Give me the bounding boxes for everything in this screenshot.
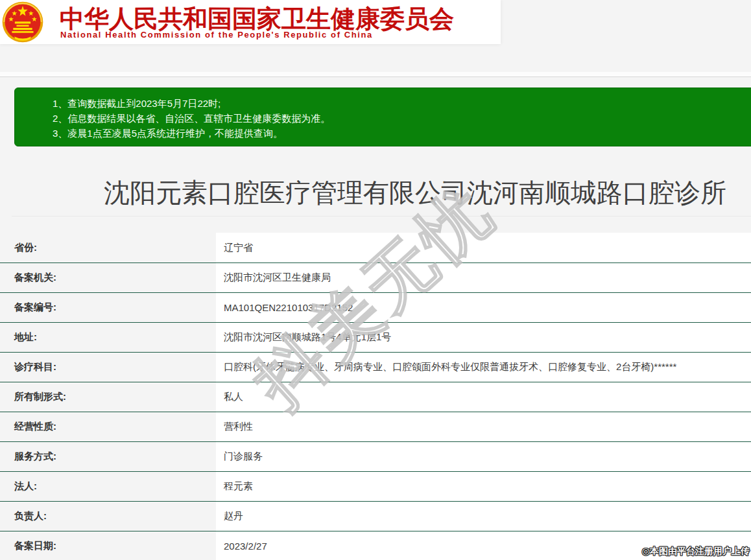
table-row-address: 地址: 沈阳市沈河区南顺城路1号4单元1层1号 (0, 322, 751, 352)
query-notice-box: 1、查询数据截止到2023年5月7日22时; 2、信息数据结果以各省、自治区、直… (14, 88, 751, 146)
national-emblem-icon (2, 0, 43, 44)
field-value: 程元素 (216, 472, 751, 501)
field-value: 辽宁省 (216, 233, 751, 262)
table-row-service-mode: 服务方式: 门诊服务 (0, 441, 751, 471)
registration-info-table: 省份: 辽宁省 备案机关: 沈阳市沈河区卫生健康局 备案编号: MA101QEN… (0, 233, 751, 560)
site-title-english: National Health Commission of the People… (60, 30, 488, 40)
table-row-record-date: 备案日期: 2023/2/27 (0, 531, 751, 560)
field-label: 备案编号: (0, 293, 216, 322)
notice-line-3: 3、凌晨1点至凌晨5点系统进行维护，不能提供查询。 (53, 126, 751, 141)
header-divider (0, 72, 751, 77)
field-value: 营利性 (216, 412, 751, 441)
field-label: 地址: (0, 323, 216, 352)
table-row-person-in-charge: 负责人: 赵丹 (0, 501, 751, 531)
field-label: 负责人: (0, 502, 216, 531)
field-label: 备案机关: (0, 263, 216, 292)
site-header: 中华人民共和国国家卫生健康委员会 National Health Commiss… (0, 0, 501, 44)
page: 中华人民共和国国家卫生健康委员会 National Health Commiss… (0, 0, 751, 560)
field-label: 服务方式: (0, 442, 216, 471)
field-label: 经营性质: (0, 412, 216, 441)
notice-line-1: 1、查询数据截止到2023年5月7日22时; (53, 96, 751, 111)
field-value: MA101QEN221010317D2152 (216, 293, 751, 322)
field-value: 沈阳市沈河区南顺城路1号4单元1层1号 (216, 323, 751, 352)
table-row-ownership: 所有制形式: 私人 (0, 382, 751, 412)
field-label: 备案日期: (0, 531, 216, 560)
notice-line-2: 2、信息数据结果以各省、自治区、直辖市卫生健康委数据为准。 (53, 111, 751, 126)
table-row-record-authority: 备案机关: 沈阳市沈河区卫生健康局 (0, 262, 751, 292)
table-row-treatment-subjects: 诊疗科目: 口腔科(牙体牙髓病专业、牙周病专业、口腔颌面外科专业仅限普通拔牙术、… (0, 352, 751, 382)
field-value: 赵丹 (216, 502, 751, 531)
field-label: 法人: (0, 472, 216, 501)
institution-name-title: 沈阳元素口腔医疗管理有限公司沈河南顺城路口腔诊所 (0, 175, 751, 211)
table-row-province: 省份: 辽宁省 (0, 233, 751, 262)
table-row-legal-person: 法人: 程元素 (0, 471, 751, 501)
table-row-record-number: 备案编号: MA101QEN221010317D2152 (0, 292, 751, 322)
field-label: 所有制形式: (0, 382, 216, 412)
field-value: 私人 (216, 382, 751, 412)
field-label: 诊疗科目: (0, 353, 216, 382)
table-row-operating-nature: 经营性质: 营利性 (0, 412, 751, 441)
title-underline (12, 216, 751, 216)
field-value: 沈阳市沈河区卫生健康局 (216, 263, 751, 292)
corner-watermark: ◎本图由平台注册用户上传 (642, 546, 750, 557)
field-label: 省份: (0, 233, 216, 262)
field-value: 门诊服务 (216, 442, 751, 471)
field-value: 口腔科(牙体牙髓病专业、牙周病专业、口腔颌面外科专业仅限普通拔牙术、口腔修复专业… (216, 353, 751, 382)
